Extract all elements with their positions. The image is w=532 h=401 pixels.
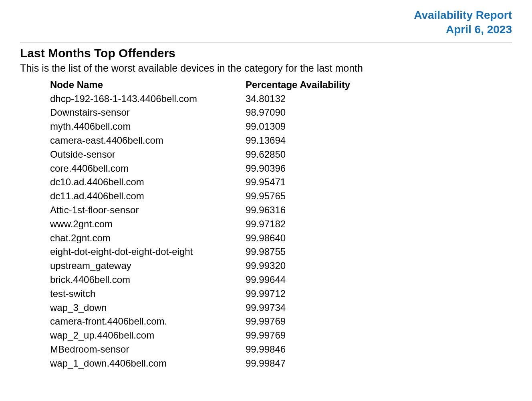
- cell-node-name: brick.4406bell.com: [50, 273, 246, 287]
- table-row: dc10.ad.4406bell.com99.95471: [50, 175, 512, 189]
- table-row: wap_2_up.4406bell.com99.99769: [50, 329, 512, 343]
- table-row: upstream_gateway99.99320: [50, 259, 512, 273]
- table-row: Outside-sensor99.62850: [50, 148, 512, 162]
- cell-percentage: 99.99769: [246, 315, 366, 329]
- offenders-table: Node Name Percentage Availability dhcp-1…: [50, 78, 512, 371]
- table-row: dc11.ad.4406bell.com99.95765: [50, 189, 512, 203]
- table-row: Attic-1st-floor-sensor99.96316: [50, 203, 512, 217]
- cell-percentage: 99.13694: [246, 134, 366, 148]
- report-header: Availability Report April 6, 2023: [20, 8, 512, 42]
- table-row: core.4406bell.com99.90396: [50, 162, 512, 176]
- table-row: wap_3_down99.99734: [50, 301, 512, 315]
- cell-percentage: 99.95765: [246, 189, 366, 203]
- column-header-node: Node Name: [50, 78, 246, 92]
- table-row: chat.2gnt.com99.98640: [50, 231, 512, 245]
- table-header: Node Name Percentage Availability: [50, 78, 512, 92]
- cell-percentage: 99.95471: [246, 175, 366, 189]
- cell-percentage: 99.99846: [246, 343, 366, 357]
- table-row: Downstairs-sensor98.97090: [50, 106, 512, 120]
- cell-percentage: 99.99320: [246, 259, 366, 273]
- cell-node-name: myth.4406bell.com: [50, 120, 246, 134]
- cell-percentage: 99.98640: [246, 231, 366, 245]
- cell-node-name: wap_1_down.4406bell.com: [50, 357, 246, 371]
- cell-node-name: www.2gnt.com: [50, 217, 246, 231]
- cell-node-name: wap_3_down: [50, 301, 246, 315]
- cell-node-name: camera-front.4406bell.com.: [50, 315, 246, 329]
- cell-node-name: chat.2gnt.com: [50, 231, 246, 245]
- cell-percentage: 99.62850: [246, 148, 366, 162]
- cell-node-name: test-switch: [50, 287, 246, 301]
- cell-percentage: 99.01309: [246, 120, 366, 134]
- cell-node-name: upstream_gateway: [50, 259, 246, 273]
- cell-node-name: MBedroom-sensor: [50, 343, 246, 357]
- cell-node-name: wap_2_up.4406bell.com: [50, 329, 246, 343]
- table-row: dhcp-192-168-1-143.4406bell.com34.80132: [50, 92, 512, 106]
- section-description: This is the list of the worst available …: [20, 62, 512, 74]
- cell-percentage: 99.99734: [246, 301, 366, 315]
- cell-percentage: 99.99847: [246, 357, 366, 371]
- cell-percentage: 99.90396: [246, 162, 366, 176]
- table-row: wap_1_down.4406bell.com99.99847: [50, 357, 512, 371]
- cell-percentage: 99.96316: [246, 203, 366, 217]
- cell-node-name: Downstairs-sensor: [50, 106, 246, 120]
- report-title: Availability Report: [20, 8, 512, 22]
- cell-percentage: 99.98755: [246, 245, 366, 259]
- cell-percentage: 98.97090: [246, 106, 366, 120]
- table-row: test-switch99.99712: [50, 287, 512, 301]
- table-row: camera-east.4406bell.com99.13694: [50, 134, 512, 148]
- cell-node-name: eight-dot-eight-dot-eight-dot-eight: [50, 245, 246, 259]
- cell-percentage: 34.80132: [246, 92, 366, 106]
- table-body: dhcp-192-168-1-143.4406bell.com34.80132D…: [50, 92, 512, 371]
- cell-node-name: core.4406bell.com: [50, 162, 246, 176]
- table-row: eight-dot-eight-dot-eight-dot-eight99.98…: [50, 245, 512, 259]
- table-row: myth.4406bell.com99.01309: [50, 120, 512, 134]
- cell-percentage: 99.99644: [246, 273, 366, 287]
- section-title: Last Months Top Offenders: [20, 46, 512, 60]
- table-row: brick.4406bell.com99.99644: [50, 273, 512, 287]
- cell-node-name: camera-east.4406bell.com: [50, 134, 246, 148]
- column-header-pct: Percentage Availability: [246, 78, 366, 92]
- cell-percentage: 99.97182: [246, 217, 366, 231]
- cell-node-name: Outside-sensor: [50, 148, 246, 162]
- cell-node-name: dc11.ad.4406bell.com: [50, 189, 246, 203]
- cell-node-name: Attic-1st-floor-sensor: [50, 203, 246, 217]
- report-date: April 6, 2023: [20, 22, 512, 37]
- cell-node-name: dhcp-192-168-1-143.4406bell.com: [50, 92, 246, 106]
- table-row: camera-front.4406bell.com.99.99769: [50, 315, 512, 329]
- table-row: www.2gnt.com99.97182: [50, 217, 512, 231]
- cell-percentage: 99.99712: [246, 287, 366, 301]
- table-row: MBedroom-sensor99.99846: [50, 343, 512, 357]
- cell-node-name: dc10.ad.4406bell.com: [50, 175, 246, 189]
- cell-percentage: 99.99769: [246, 329, 366, 343]
